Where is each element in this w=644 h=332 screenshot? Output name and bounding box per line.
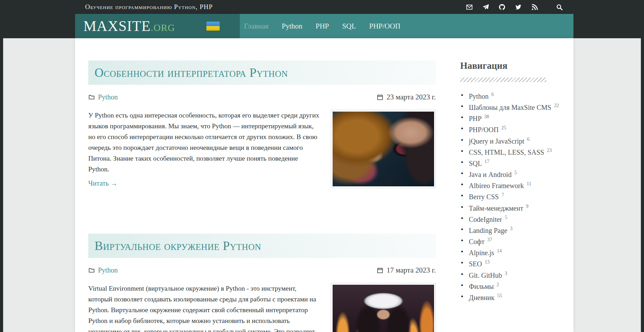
calendar-icon <box>377 94 383 100</box>
category-count: 11 <box>527 181 531 186</box>
page: Обучение программированию Python, PHP <box>0 0 644 332</box>
category-item: PHP 38 <box>460 114 560 123</box>
category-link[interactable]: Git. GitHub <box>469 271 502 279</box>
post-category-link[interactable]: Python <box>98 266 118 274</box>
category-count: 5 <box>505 215 507 220</box>
category-link[interactable]: Albireo Framework <box>469 182 524 189</box>
post-1: Особенности интерпретатора Python Python <box>88 60 436 188</box>
category-count: 22 <box>554 103 559 108</box>
nav-item[interactable]: SQL <box>342 22 356 31</box>
category-link[interactable]: Шаблоны для MaxSite CMS <box>469 104 551 111</box>
site-tagline: Обучение программированию Python, PHP <box>85 3 213 11</box>
content-card: Особенности интерпретатора Python Python <box>75 38 573 332</box>
folder-icon <box>88 267 95 274</box>
category-link[interactable]: CSS, HTML, LESS, SASS <box>469 148 544 156</box>
category-item: Python 6 <box>460 92 560 100</box>
vr-woman-image <box>333 285 434 332</box>
nav-item[interactable]: Python <box>282 22 303 31</box>
nav-item[interactable]: PHP/ООП <box>369 22 400 31</box>
category-item: Шаблоны для MaxSite CMS 22 <box>460 103 560 112</box>
lizard-woman-image <box>333 112 434 186</box>
category-link[interactable]: Berry CSS <box>469 193 499 201</box>
email-icon[interactable] <box>466 3 473 11</box>
topbar: Обучение программированию Python, PHP <box>0 0 644 14</box>
category-link[interactable]: Фильмы <box>469 282 494 290</box>
post-title-bar: Особенности интерпретатора Python <box>88 60 436 85</box>
search-icon[interactable] <box>556 3 563 11</box>
category-count: 55 <box>497 293 502 298</box>
category-link[interactable]: Landing Page <box>469 227 507 234</box>
hatch-divider <box>460 78 546 82</box>
category-count: 5 <box>514 170 517 175</box>
promo-text: Здесь можно заказать создание сайта (тол… <box>460 331 560 332</box>
category-item: jQuery и JavaScript 6 <box>460 137 560 145</box>
category-count: 3 <box>505 271 507 276</box>
github-icon[interactable] <box>498 3 506 11</box>
main-nav: ГлавнаяPythonPHPSQLPHP/ООП <box>240 14 573 38</box>
category-link[interactable]: Java и Android <box>469 171 512 178</box>
category-item: Софт 37 <box>460 237 560 246</box>
category-count: 6 <box>527 137 530 142</box>
post-body: У Python есть одна интересная особенност… <box>88 110 436 188</box>
category-link[interactable]: Дневник <box>469 293 495 301</box>
category-item: Java и Android 5 <box>460 170 560 179</box>
nav-item[interactable]: Главная <box>244 22 269 31</box>
category-item: Alpine.js 14 <box>460 248 560 257</box>
topbar-inner: Обучение программированию Python, PHP <box>75 0 573 14</box>
category-item: SQL 17 <box>460 159 560 168</box>
post-title-link[interactable]: Виртуальное окружение Python <box>95 238 261 253</box>
post-image-lizard[interactable] <box>331 110 436 188</box>
post-category-link[interactable]: Python <box>98 93 118 101</box>
category-item: Berry CSS 7 <box>460 192 560 201</box>
sidebar: Навигация Python 6Шаблоны для MaxSite CM… <box>460 60 560 332</box>
category-count: 9 <box>526 204 528 209</box>
category-count: 17 <box>484 159 489 164</box>
category-count: 25 <box>502 125 506 130</box>
category-link[interactable]: CodeIgniter <box>469 215 502 223</box>
post-date: 17 марта 2023 г. <box>386 266 436 275</box>
read-more-link[interactable]: Читать → <box>88 179 117 187</box>
category-item: CodeIgniter 5 <box>460 215 560 224</box>
category-count: 2 <box>497 282 499 287</box>
category-count: 14 <box>497 248 502 253</box>
category-item: Тайм-менеджмент 9 <box>460 204 560 212</box>
category-item: Landing Page 3 <box>460 226 560 235</box>
nav-item[interactable]: PHP <box>316 22 329 31</box>
category-link[interactable]: PHP <box>469 115 481 122</box>
site-header: MaxSite.org ГлавнаяPythonPHPSQLPHP/ООП <box>75 14 573 38</box>
twitter-icon[interactable] <box>515 3 522 11</box>
logo-main: MaxSite <box>83 18 151 34</box>
category-count: 3 <box>510 226 513 231</box>
category-count: 7 <box>502 192 504 197</box>
rss-icon[interactable] <box>531 3 538 11</box>
category-link[interactable]: SQL <box>469 160 482 167</box>
ukraine-flag-icon <box>206 22 220 31</box>
post-2: Виртуальное окружение Python Python <box>88 234 436 332</box>
topbar-icons <box>466 3 563 11</box>
post-excerpt: Virtual Environment (виртуальное окружен… <box>88 283 320 332</box>
category-item: Git. GitHub 3 <box>460 271 560 280</box>
post-meta: Python 23 марта 2023 г. <box>88 92 436 102</box>
category-link[interactable]: Тайм-менеджмент <box>469 204 523 212</box>
post-date: 23 марта 2023 г. <box>386 93 436 102</box>
category-link[interactable]: Софт <box>469 238 484 245</box>
category-link[interactable]: SEO <box>469 260 482 268</box>
page-background: Особенности интерпретатора Python Python <box>3 38 641 332</box>
post-body: Virtual Environment (виртуальное окружен… <box>88 283 436 332</box>
calendar-icon <box>377 267 383 274</box>
category-item: CSS, HTML, LESS, SASS 23 <box>460 148 560 156</box>
post-image-vr[interactable] <box>331 283 436 332</box>
category-count: 37 <box>487 237 492 242</box>
telegram-icon[interactable] <box>482 3 489 11</box>
category-count: 23 <box>547 148 552 153</box>
category-link[interactable]: Python <box>469 92 489 100</box>
post-title-link[interactable]: Особенности интерпретатора Python <box>95 65 288 80</box>
category-link[interactable]: jQuery и JavaScript <box>469 137 524 145</box>
category-link[interactable]: Alpine.js <box>469 249 494 257</box>
category-list: Python 6Шаблоны для MaxSite CMS 22PHP 38… <box>460 92 560 301</box>
logo[interactable]: MaxSite.org <box>75 14 240 38</box>
folder-icon <box>88 94 95 100</box>
logo-text: MaxSite.org <box>83 18 175 34</box>
category-link[interactable]: PHP/ООП <box>469 126 499 133</box>
sidebar-heading: Навигация <box>460 60 560 71</box>
